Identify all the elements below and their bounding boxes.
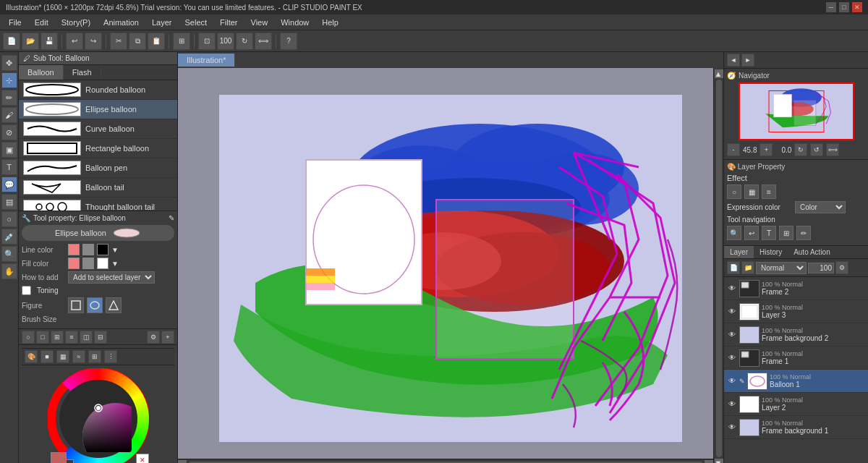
redo-btn[interactable]: ↪ [85, 33, 102, 50]
layer-item-balloon1[interactable]: 👁 ✎ 100 % Normal Balloon 1 [724, 370, 868, 393]
tn-btn5[interactable]: ✏ [796, 226, 811, 240]
panel-left-btn[interactable]: ◄ [727, 54, 740, 67]
color-pick-tool[interactable]: 💉 [1, 229, 17, 245]
zoom-in-btn[interactable]: + [760, 143, 773, 156]
visibility-layer3[interactable]: 👁 [727, 307, 737, 317]
toning-checkbox[interactable] [22, 286, 31, 295]
color-mode6-btn[interactable]: ⋮ [104, 350, 117, 363]
color-mode4-btn[interactable]: ≈ [72, 350, 85, 363]
tn-btn4[interactable]: ⊞ [779, 226, 793, 240]
scroll-right-btn[interactable]: ► [705, 460, 713, 464]
line-color-swatch3[interactable] [97, 244, 109, 255]
zoom-100-btn[interactable]: 100 [217, 33, 234, 50]
flip-h-btn[interactable]: ⟺ [826, 143, 839, 156]
blend-mode-select[interactable]: Normal [756, 262, 807, 274]
new-btn[interactable]: 📄 [3, 33, 20, 50]
line-color-swatch2[interactable] [82, 244, 94, 255]
layer-item-framebg1[interactable]: 👁 100 % Normal Frame background 1 [724, 416, 868, 439]
horizontal-scrollbar[interactable]: ◄ ► [178, 459, 713, 463]
brush-tool[interactable]: 🖌 [1, 107, 17, 123]
eraser-tool[interactable]: ⊘ [1, 124, 17, 140]
menu-story[interactable]: Story(P) [56, 17, 96, 28]
rotate-cw-btn[interactable]: ↻ [794, 143, 807, 156]
cut-btn[interactable]: ✂ [110, 33, 127, 50]
mode6-btn[interactable]: ⊟ [94, 331, 107, 344]
mode2-btn[interactable]: □ [36, 331, 49, 344]
navigator-thumbnail[interactable] [739, 82, 854, 140]
mode3-btn[interactable]: ⊞ [51, 331, 64, 344]
menu-animation[interactable]: Animation [98, 17, 145, 28]
layer-new-btn[interactable]: 📄 [727, 261, 740, 274]
layer-item-layer2[interactable]: 👁 100 % Normal Layer 2 [724, 393, 868, 416]
open-btn[interactable]: 📂 [22, 33, 39, 50]
effect-btn1[interactable]: ○ [727, 184, 741, 199]
layer-item-frame2[interactable]: 👁 100 % Normal Frame 2 [724, 277, 868, 300]
tn-btn3[interactable]: T [762, 226, 776, 240]
main-canvas[interactable] [219, 95, 682, 442]
subtool-thought-tail[interactable]: Thought balloon tail [19, 197, 177, 211]
effect-btn2[interactable]: ▦ [744, 184, 759, 199]
effect-btn3[interactable]: ≡ [762, 184, 776, 199]
color-mode3-btn[interactable]: ▦ [56, 350, 69, 363]
how-to-add-select[interactable]: Add to selected layer [68, 271, 155, 284]
scroll-down-btn[interactable]: ▼ [715, 459, 723, 463]
figure-rect-btn[interactable] [68, 297, 84, 313]
mode5-btn[interactable]: ◫ [80, 331, 93, 344]
subtool-balloon-tail[interactable]: Balloon tail [19, 178, 177, 197]
subtool-balloon-pen[interactable]: Balloon pen [19, 158, 177, 178]
fill-color-swatch3[interactable] [97, 258, 109, 269]
tn-btn2[interactable]: ↩ [744, 226, 759, 240]
color-wheel-wrapper[interactable]: ✕ [48, 368, 149, 463]
add-btn[interactable]: + [161, 331, 174, 344]
balloon-tool[interactable]: 💬 [1, 177, 17, 192]
text-tool[interactable]: T [1, 159, 17, 175]
visibility-layer2[interactable]: 👁 [727, 399, 737, 409]
subtool-rect-balloon[interactable]: Rectangle balloon [19, 139, 177, 158]
visibility-balloon1[interactable]: 👁 [727, 376, 737, 386]
fill-color-swatch1[interactable] [68, 258, 80, 269]
fill-color-swatch2[interactable] [82, 258, 94, 269]
color-mode-btn[interactable]: 🎨 [25, 350, 38, 363]
panel-right-btn[interactable]: ► [741, 54, 754, 67]
help-btn[interactable]: ? [280, 33, 297, 50]
subtool-curve-balloon[interactable]: Curve balloon [19, 119, 177, 139]
tn-btn1[interactable]: 🔍 [727, 226, 741, 240]
edit-icon[interactable]: ✎ [169, 214, 174, 222]
scroll-left-btn[interactable]: ◄ [178, 460, 187, 464]
no-color-btn[interactable]: ✕ [136, 454, 149, 463]
figure-tool[interactable]: ○ [1, 211, 17, 227]
layer-tab-history[interactable]: History [754, 246, 788, 258]
menu-window[interactable]: Window [275, 17, 315, 28]
zoom-fit-btn[interactable]: ⊡ [198, 33, 216, 50]
figure-poly-btn[interactable] [106, 297, 122, 313]
visibility-frame1[interactable]: 👁 [727, 353, 737, 363]
opacity-input[interactable] [808, 263, 834, 273]
subtool-rounded-balloon[interactable]: Rounded balloon [19, 80, 177, 100]
color-mode5-btn[interactable]: ⊞ [88, 350, 101, 363]
line-color-arrow[interactable]: ▼ [111, 246, 119, 254]
visibility-framebg1[interactable]: 👁 [727, 422, 737, 433]
menu-layer[interactable]: Layer [146, 17, 178, 28]
copy-btn[interactable]: ⧉ [129, 33, 146, 50]
circle-mode-btn[interactable]: ○ [22, 331, 35, 344]
tab-balloon[interactable]: Balloon [19, 65, 64, 80]
paste-btn[interactable]: 📋 [148, 33, 165, 50]
visibility-framebg2[interactable]: 👁 [727, 330, 737, 340]
figure-ellipse-btn[interactable] [87, 297, 103, 313]
mode4-btn[interactable]: ≡ [65, 331, 78, 344]
undo-btn[interactable]: ↩ [66, 33, 83, 50]
menu-help[interactable]: Help [316, 17, 344, 28]
line-color-swatch1[interactable] [68, 244, 80, 255]
settings-btn[interactable]: ⚙ [147, 331, 160, 344]
zoom-tool[interactable]: 🔍 [1, 246, 17, 262]
layer-tab-action[interactable]: Auto Action [788, 246, 836, 258]
selection-tool[interactable]: ⊹ [1, 72, 17, 88]
layer-tab-layer[interactable]: Layer [724, 246, 754, 258]
rotate-ccw-btn[interactable]: ↺ [810, 143, 823, 156]
minimize-button[interactable]: ─ [826, 2, 836, 12]
subtool-ellipse-balloon[interactable]: Ellipse balloon [19, 100, 177, 119]
menu-edit[interactable]: Edit [29, 17, 54, 28]
menu-select[interactable]: Select [179, 17, 213, 28]
canvas-viewport[interactable]: ▲ ▼ [178, 68, 723, 463]
zoom-out-btn[interactable]: - [727, 143, 740, 156]
